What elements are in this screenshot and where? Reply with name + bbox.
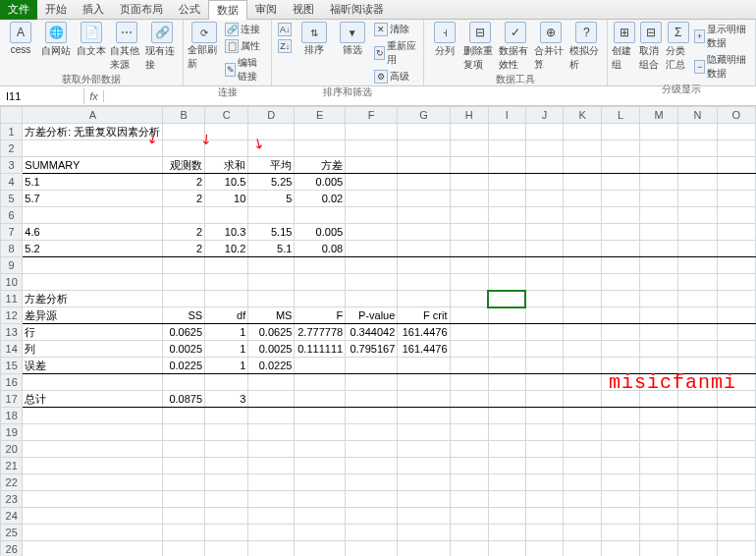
- row-header-24[interactable]: 24: [1, 508, 23, 525]
- cell-F7[interactable]: [346, 224, 398, 241]
- cell-L19[interactable]: [602, 424, 640, 441]
- row-header-12[interactable]: 12: [1, 307, 23, 324]
- cell-O19[interactable]: [717, 424, 755, 441]
- row-header-11[interactable]: 11: [1, 291, 23, 307]
- cell-G6[interactable]: [398, 207, 450, 224]
- cell-E21[interactable]: [295, 458, 346, 474]
- cell-E17[interactable]: [295, 391, 346, 408]
- row-header-1[interactable]: 1: [1, 124, 23, 140]
- cell-B9[interactable]: [163, 257, 205, 274]
- cell-G15[interactable]: [398, 358, 450, 374]
- cell-L1[interactable]: [602, 124, 640, 140]
- cell-D8[interactable]: 5.1: [248, 241, 295, 257]
- cell-J3[interactable]: [525, 157, 564, 174]
- from-text-button[interactable]: 📄自文本: [75, 22, 108, 58]
- cell-C4[interactable]: 10.5: [205, 174, 248, 191]
- cell-H26[interactable]: [450, 541, 488, 557]
- cell-D22[interactable]: [248, 474, 295, 491]
- cell-D21[interactable]: [248, 458, 295, 474]
- cell-I22[interactable]: [488, 474, 525, 491]
- tab-insert[interactable]: 插入: [75, 0, 112, 19]
- cell-K26[interactable]: [564, 541, 602, 557]
- cell-A18[interactable]: [23, 408, 163, 424]
- cell-A25[interactable]: [23, 525, 163, 541]
- connections-button[interactable]: 🔗连接: [223, 22, 267, 37]
- cell-E13[interactable]: 2.777778: [295, 324, 346, 341]
- cell-J1[interactable]: [525, 124, 564, 140]
- cell-H1[interactable]: [450, 124, 488, 140]
- cell-F8[interactable]: [346, 241, 398, 257]
- cell-O10[interactable]: [717, 274, 755, 291]
- cell-C24[interactable]: [205, 508, 248, 525]
- tab-foxit[interactable]: 福昕阅读器: [322, 0, 392, 19]
- cell-L7[interactable]: [602, 224, 640, 241]
- cell-A21[interactable]: [23, 458, 163, 474]
- cell-J22[interactable]: [525, 474, 564, 491]
- cell-B1[interactable]: [163, 124, 205, 140]
- edit-links-button[interactable]: ✎编辑链接: [223, 55, 267, 84]
- cell-E15[interactable]: [295, 358, 346, 374]
- cell-N8[interactable]: [678, 241, 717, 257]
- cell-H21[interactable]: [450, 458, 488, 474]
- cell-F6[interactable]: [346, 207, 398, 224]
- cell-F1[interactable]: [346, 124, 398, 140]
- cell-K1[interactable]: [564, 124, 602, 140]
- cell-O13[interactable]: [717, 324, 755, 341]
- cell-M23[interactable]: [639, 491, 677, 508]
- cell-D11[interactable]: [248, 291, 295, 307]
- cell-K8[interactable]: [564, 241, 602, 257]
- cell-I18[interactable]: [488, 408, 525, 424]
- row-header-15[interactable]: 15: [1, 358, 23, 374]
- cell-F5[interactable]: [346, 191, 398, 207]
- cell-E24[interactable]: [295, 508, 346, 525]
- cell-N6[interactable]: [678, 207, 717, 224]
- col-header-A[interactable]: A: [23, 107, 163, 124]
- cell-G10[interactable]: [398, 274, 450, 291]
- cell-N2[interactable]: [678, 140, 717, 157]
- cell-D1[interactable]: [248, 124, 295, 140]
- col-header-G[interactable]: G: [398, 107, 450, 124]
- cell-A26[interactable]: [23, 541, 163, 557]
- cell-H25[interactable]: [450, 525, 488, 541]
- cell-B19[interactable]: [163, 424, 205, 441]
- cell-H14[interactable]: [450, 341, 488, 358]
- col-header-O[interactable]: O: [717, 107, 755, 124]
- cell-I12[interactable]: [488, 307, 525, 324]
- cell-O3[interactable]: [717, 157, 755, 174]
- cell-M10[interactable]: [639, 274, 677, 291]
- cell-E22[interactable]: [295, 474, 346, 491]
- cell-M11[interactable]: [639, 291, 677, 307]
- row-header-8[interactable]: 8: [1, 241, 23, 257]
- cell-J9[interactable]: [525, 257, 564, 274]
- cell-N26[interactable]: [678, 541, 717, 557]
- cell-L24[interactable]: [602, 508, 640, 525]
- cell-E6[interactable]: [295, 207, 346, 224]
- row-header-16[interactable]: 16: [1, 374, 23, 391]
- cell-E3[interactable]: 方差: [295, 157, 346, 174]
- cell-M21[interactable]: [639, 458, 677, 474]
- cell-B25[interactable]: [163, 525, 205, 541]
- cell-H13[interactable]: [450, 324, 488, 341]
- row-header-2[interactable]: 2: [1, 140, 23, 157]
- cell-K7[interactable]: [564, 224, 602, 241]
- cell-G5[interactable]: [398, 191, 450, 207]
- cell-L3[interactable]: [602, 157, 640, 174]
- cell-J26[interactable]: [525, 541, 564, 557]
- cell-M13[interactable]: [639, 324, 677, 341]
- cell-C13[interactable]: 1: [205, 324, 248, 341]
- cell-N7[interactable]: [678, 224, 717, 241]
- cell-D14[interactable]: 0.0025: [248, 341, 295, 358]
- cell-L9[interactable]: [602, 257, 640, 274]
- cell-O25[interactable]: [717, 525, 755, 541]
- cell-C6[interactable]: [205, 207, 248, 224]
- cell-G8[interactable]: [398, 241, 450, 257]
- cell-J8[interactable]: [525, 241, 564, 257]
- cell-G22[interactable]: [398, 474, 450, 491]
- cell-B7[interactable]: 2: [163, 224, 205, 241]
- cell-C15[interactable]: 1: [205, 358, 248, 374]
- cell-N19[interactable]: [678, 424, 717, 441]
- reapply-button[interactable]: ↻重新应用: [372, 38, 419, 68]
- sort-desc-button[interactable]: Z↓: [276, 38, 294, 54]
- cell-H18[interactable]: [450, 408, 488, 424]
- cell-G12[interactable]: F crit: [398, 307, 450, 324]
